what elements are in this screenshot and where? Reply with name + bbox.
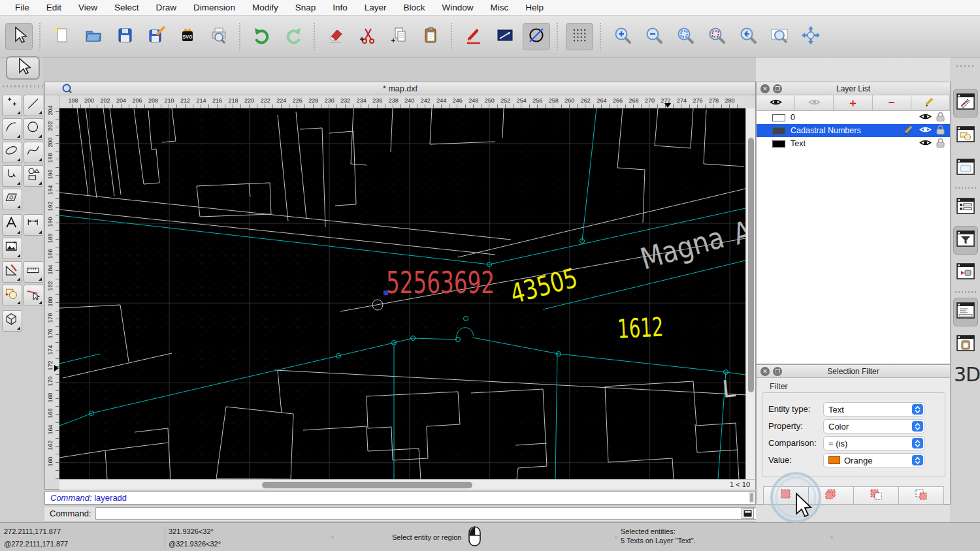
selection-pointer-button[interactable] xyxy=(5,23,33,50)
layer-visibility-icon[interactable] xyxy=(919,112,932,123)
save-as-button[interactable] xyxy=(142,23,170,50)
copy-button[interactable] xyxy=(385,23,413,50)
modify-tool-button[interactable] xyxy=(2,285,22,306)
pan-button[interactable] xyxy=(797,23,825,50)
save-button[interactable] xyxy=(111,23,139,50)
horizontal-scrollbar-thumb[interactable] xyxy=(262,482,472,488)
layer-row-text[interactable]: Text xyxy=(757,137,950,150)
redo-button[interactable] xyxy=(280,23,307,50)
filter-field-dropdown[interactable]: Color xyxy=(823,419,925,433)
float-panel-icon[interactable]: ❐ xyxy=(773,84,782,93)
layer-visibility-icon[interactable] xyxy=(919,138,932,149)
layer-visibility-icon[interactable] xyxy=(919,125,932,136)
measure-tool-button[interactable] xyxy=(24,261,44,283)
command-history-scrollbar[interactable] xyxy=(749,492,755,503)
street-name-partial[interactable]: L xyxy=(721,375,737,403)
delete-eraser-button[interactable] xyxy=(323,23,350,50)
filter-field-dropdown[interactable]: Text xyxy=(823,402,925,417)
layer-row-cadastral-numbers[interactable]: Cadastral Numbers xyxy=(757,124,950,137)
draft-mode-button[interactable] xyxy=(523,23,550,50)
document-titlebar[interactable]: * map.dxf xyxy=(45,82,755,95)
layer-lock-icon[interactable] xyxy=(936,112,945,123)
undo-button[interactable] xyxy=(248,23,276,50)
filter-field-dropdown[interactable]: = (is) xyxy=(823,436,925,450)
layer-color-swatch[interactable] xyxy=(772,140,785,148)
select-new-button[interactable] xyxy=(763,486,809,505)
menu-modify[interactable]: Modify xyxy=(244,0,287,16)
horizontal-scrollbar[interactable]: 1 < 10 xyxy=(59,479,755,490)
property-editor-dock-button[interactable] xyxy=(953,89,978,118)
dropdown-stepper-icon[interactable] xyxy=(912,421,923,432)
layer-lock-icon[interactable] xyxy=(936,138,945,150)
menu-layer[interactable]: Layer xyxy=(356,0,395,16)
zoom-auto-button[interactable] xyxy=(672,23,699,50)
polyline-tool-button[interactable] xyxy=(2,165,22,187)
command-input[interactable] xyxy=(95,507,780,520)
menu-file[interactable]: File xyxy=(7,0,38,16)
viewport-dock-button[interactable] xyxy=(953,259,978,287)
cut-button[interactable] xyxy=(354,23,382,50)
library-browser-dock-button[interactable] xyxy=(953,154,978,183)
solid-tool-button[interactable] xyxy=(2,310,22,332)
drawing-canvas[interactable]: 5256369243505435051612MagnaAL xyxy=(59,108,745,479)
spline-tool-button[interactable] xyxy=(24,142,44,163)
filter-field-dropdown[interactable]: Orange xyxy=(823,453,925,467)
menu-snap[interactable]: Snap xyxy=(287,0,325,16)
paste-button[interactable] xyxy=(417,23,444,50)
menu-help[interactable]: Help xyxy=(517,0,552,16)
draw-settings-button[interactable] xyxy=(460,23,487,50)
selection-filter-dock-button[interactable] xyxy=(953,226,978,255)
hide-all-layers-button[interactable] xyxy=(795,95,834,110)
grid-toggle-button[interactable] xyxy=(566,23,593,50)
layer-row-0[interactable]: 0 xyxy=(757,111,950,124)
cadastral-number-selected[interactable]: 52563692 xyxy=(386,264,495,300)
close-icon[interactable]: ✕ xyxy=(760,84,770,93)
menu-draw[interactable]: Draw xyxy=(148,0,186,16)
vertical-scrollbar[interactable] xyxy=(745,108,755,479)
menu-misc[interactable]: Misc xyxy=(482,0,517,16)
line-properties-button[interactable] xyxy=(491,23,519,50)
hatch-tool-button[interactable] xyxy=(2,189,22,210)
layer-list-dock-button[interactable] xyxy=(953,193,978,222)
polygon-tool-button[interactable] xyxy=(24,165,44,187)
construction-tool-button[interactable] xyxy=(2,261,22,283)
close-icon[interactable]: ✕ xyxy=(760,367,770,376)
layer-color-swatch[interactable] xyxy=(772,127,785,134)
dropdown-stepper-icon[interactable] xyxy=(912,438,923,449)
command-line-dock-button[interactable] xyxy=(953,298,978,326)
zoom-in-button[interactable] xyxy=(609,23,636,50)
dropdown-stepper-icon[interactable] xyxy=(912,404,923,415)
dropdown-stepper-icon[interactable] xyxy=(912,455,923,465)
ellipse-tool-button[interactable] xyxy=(2,142,22,163)
arc-tool-button[interactable] xyxy=(2,118,22,140)
select-intersect-button[interactable] xyxy=(898,486,944,505)
new-document-button[interactable] xyxy=(48,23,76,50)
points-tool-button[interactable] xyxy=(2,95,22,116)
add-layer-button[interactable]: ＋ xyxy=(834,95,872,110)
menu-select[interactable]: Select xyxy=(106,0,148,16)
menu-window[interactable]: Window xyxy=(434,0,482,16)
zoom-window-button[interactable] xyxy=(766,23,793,50)
select-add-button[interactable] xyxy=(808,486,854,505)
zoom-previous-button[interactable] xyxy=(734,23,762,50)
block-list-dock-button[interactable] xyxy=(953,121,978,150)
clipboard-panel-dock-button[interactable] xyxy=(953,330,978,359)
print-preview-button[interactable] xyxy=(205,23,233,50)
menu-block[interactable]: Block xyxy=(395,0,434,16)
remove-layer-button[interactable]: − xyxy=(873,95,911,110)
menu-info[interactable]: Info xyxy=(324,0,356,16)
trim-tool-button[interactable] xyxy=(24,285,44,306)
command-options-icon[interactable] xyxy=(742,508,754,519)
menu-dimension[interactable]: Dimension xyxy=(185,0,244,16)
select-subtract-button[interactable] xyxy=(853,486,899,505)
cadastral-number[interactable]: 1612 xyxy=(617,311,664,344)
dimension-tool-button[interactable] xyxy=(24,214,44,236)
zoom-selection-button[interactable] xyxy=(703,23,730,50)
layer-lock-icon[interactable] xyxy=(936,125,945,136)
zoom-out-button[interactable] xyxy=(640,23,668,50)
layer-edit-icon[interactable] xyxy=(904,125,915,136)
circle-tool-button[interactable] xyxy=(24,118,44,140)
edit-layer-button[interactable] xyxy=(911,95,950,110)
svg-export-button[interactable]: SVG xyxy=(174,23,201,50)
menu-view[interactable]: View xyxy=(70,0,106,16)
